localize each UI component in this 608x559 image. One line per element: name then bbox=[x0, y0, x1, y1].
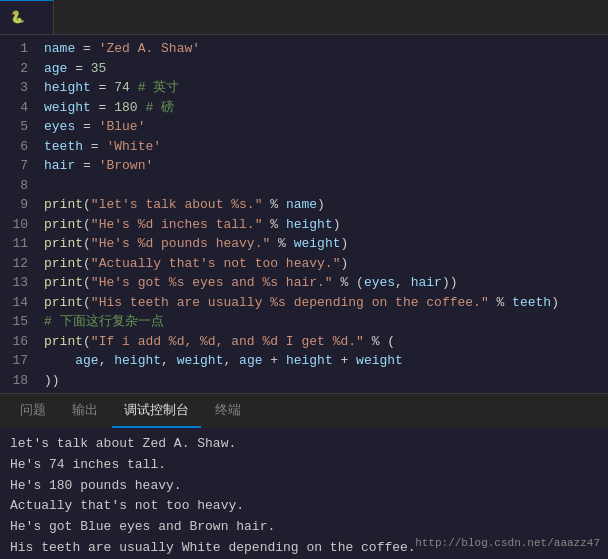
token-plain: % bbox=[262, 215, 285, 235]
code-area[interactable]: name = 'Zed A. Shaw'age = 35height = 74 … bbox=[36, 35, 608, 393]
panel-tab-调试控制台[interactable]: 调试控制台 bbox=[112, 394, 201, 428]
tab-close-button[interactable] bbox=[37, 17, 43, 19]
token-number: 180 bbox=[114, 98, 137, 118]
token-paren: )) bbox=[442, 273, 458, 293]
token-var-name: height bbox=[44, 78, 91, 98]
token-op: = bbox=[83, 137, 106, 157]
token-var-name: weight bbox=[356, 351, 403, 371]
output-line: Actually that's not too heavy. bbox=[10, 496, 598, 517]
code-line: print("He's %d inches tall." % height) bbox=[44, 215, 608, 235]
token-var-name: eyes bbox=[44, 117, 75, 137]
code-line: age = 35 bbox=[44, 59, 608, 79]
line-number: 5 bbox=[0, 117, 28, 137]
code-line: print("If i add %d, %d, and %d I get %d.… bbox=[44, 332, 608, 352]
line-number: 7 bbox=[0, 156, 28, 176]
token-paren: ) bbox=[340, 234, 348, 254]
token-var-name: height bbox=[114, 351, 161, 371]
token-op: = bbox=[75, 39, 98, 59]
token-plain: + bbox=[333, 351, 356, 371]
token-var-name: name bbox=[44, 39, 75, 59]
line-number: 15 bbox=[0, 312, 28, 332]
line-numbers: 12345678910111213141516171819 bbox=[0, 35, 36, 393]
token-var-name: name bbox=[286, 195, 317, 215]
token-var-name: eyes bbox=[364, 273, 395, 293]
token-string: 'Zed A. Shaw' bbox=[99, 39, 200, 59]
token-string: 'White' bbox=[106, 137, 161, 157]
token-paren: ( bbox=[83, 293, 91, 313]
token-plain: % bbox=[262, 195, 285, 215]
code-line: height = 74 # 英寸 bbox=[44, 78, 608, 98]
token-paren: ) bbox=[340, 254, 348, 274]
token-var-name: age bbox=[75, 351, 98, 371]
token-func: print bbox=[44, 215, 83, 235]
code-line: print("let's talk about %s." % name) bbox=[44, 195, 608, 215]
token-var-name: weight bbox=[294, 234, 341, 254]
code-line: weight = 180 # 磅 bbox=[44, 98, 608, 118]
token-paren: ( bbox=[83, 332, 91, 352]
token-number: 35 bbox=[91, 59, 107, 79]
token-var-name: height bbox=[286, 215, 333, 235]
token-plain bbox=[44, 351, 75, 371]
token-func: print bbox=[44, 254, 83, 274]
token-string: "He's %d pounds heavy." bbox=[91, 234, 270, 254]
token-var-name: age bbox=[44, 59, 67, 79]
token-plain: , bbox=[161, 351, 177, 371]
token-func: print bbox=[44, 195, 83, 215]
output-line: let's talk about Zed A. Shaw. bbox=[10, 434, 598, 455]
token-func: print bbox=[44, 273, 83, 293]
token-op: = bbox=[75, 156, 98, 176]
output-line: He's 180 pounds heavy. bbox=[10, 476, 598, 497]
token-var-name: teeth bbox=[44, 137, 83, 157]
token-string: 'Blue' bbox=[99, 117, 146, 137]
code-line: age, height, weight, age + height + weig… bbox=[44, 351, 608, 371]
line-number: 10 bbox=[0, 215, 28, 235]
line-number: 18 bbox=[0, 371, 28, 391]
token-func: print bbox=[44, 332, 83, 352]
line-number: 6 bbox=[0, 137, 28, 157]
output-panel: let's talk about Zed A. Shaw.He's 74 inc… bbox=[0, 428, 608, 559]
token-var-name: height bbox=[286, 351, 333, 371]
code-line bbox=[44, 176, 608, 196]
editor: 12345678910111213141516171819 name = 'Ze… bbox=[0, 35, 608, 393]
watermark: http://blog.csdn.net/aaazz47 bbox=[415, 535, 600, 553]
panel-tab-输出[interactable]: 输出 bbox=[60, 394, 110, 428]
panel-tab-问题[interactable]: 问题 bbox=[8, 394, 58, 428]
token-var-name: weight bbox=[177, 351, 224, 371]
token-paren: ( bbox=[83, 195, 91, 215]
line-number: 17 bbox=[0, 351, 28, 371]
line-number: 14 bbox=[0, 293, 28, 313]
code-line: name = 'Zed A. Shaw' bbox=[44, 39, 608, 59]
code-line: print("His teeth are usually %s dependin… bbox=[44, 293, 608, 313]
code-line bbox=[44, 390, 608, 393]
token-string: "He's got %s eyes and %s hair." bbox=[91, 273, 333, 293]
token-paren: )) bbox=[44, 371, 60, 391]
file-tab[interactable]: 🐍 bbox=[0, 0, 54, 34]
token-var-name: age bbox=[239, 351, 262, 371]
line-number: 1 bbox=[0, 39, 28, 59]
token-op: = bbox=[67, 59, 90, 79]
token-var-name: hair bbox=[411, 273, 442, 293]
token-paren: ) bbox=[333, 215, 341, 235]
token-paren: ( bbox=[83, 254, 91, 274]
token-comment: # 磅 bbox=[145, 98, 174, 118]
token-op: = bbox=[91, 98, 114, 118]
token-string: "If i add %d, %d, and %d I get %d." bbox=[91, 332, 364, 352]
token-plain: % bbox=[333, 273, 356, 293]
tab-bar: 🐍 bbox=[0, 0, 608, 35]
panel-tab-终端[interactable]: 终端 bbox=[203, 394, 253, 428]
token-plain: , bbox=[99, 351, 115, 371]
token-plain: , bbox=[223, 351, 239, 371]
token-plain: , bbox=[395, 273, 411, 293]
code-line: print("He's got %s eyes and %s hair." % … bbox=[44, 273, 608, 293]
token-string: "His teeth are usually %s depending on t… bbox=[91, 293, 489, 313]
line-number: 3 bbox=[0, 78, 28, 98]
line-number: 11 bbox=[0, 234, 28, 254]
token-plain: % bbox=[270, 234, 293, 254]
code-line: print("Actually that's not too heavy.") bbox=[44, 254, 608, 274]
code-line: # 下面这行复杂一点 bbox=[44, 312, 608, 332]
token-paren: ) bbox=[317, 195, 325, 215]
token-string: "He's %d inches tall." bbox=[91, 215, 263, 235]
line-number: 19 bbox=[0, 390, 28, 393]
code-line: eyes = 'Blue' bbox=[44, 117, 608, 137]
token-op: = bbox=[91, 78, 114, 98]
